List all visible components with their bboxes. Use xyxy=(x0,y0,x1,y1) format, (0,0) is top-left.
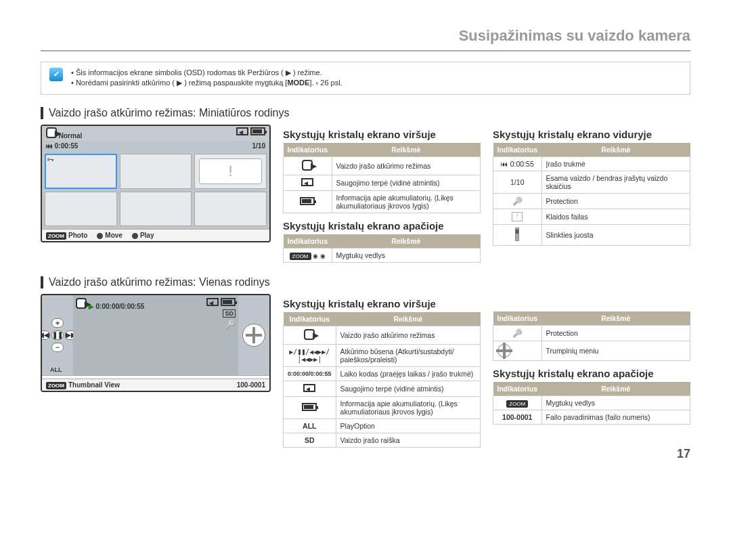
thumbnail-grid: 🗝 xyxy=(42,151,269,229)
move-dot-icon xyxy=(97,233,103,239)
pause-button[interactable]: ❚❚ xyxy=(51,330,64,340)
thumbnail-item[interactable] xyxy=(120,192,192,226)
indicator-table-s1-middle: IndikatoriusReikšmė ⏮ 0:00:55Įrašo trukm… xyxy=(493,143,690,246)
sub-heading-bottom-2: Skystųjų kristalų ekrano apačioje xyxy=(493,368,690,379)
info-note-box: ✓ • Šis informacijos ekrane simbolis (OS… xyxy=(41,62,690,95)
table-row: Saugojimo terpė (vidinė atmintis) xyxy=(284,381,481,396)
thumbnail-item[interactable]: 🗝 xyxy=(45,154,117,190)
minus-button[interactable]: － xyxy=(51,343,64,352)
storage-card-icon xyxy=(303,384,315,392)
table-row: Vaizdo įrašo atkūrimo režimas xyxy=(284,156,481,175)
table-row: Informacija apie akumuliatorių. (Likęs a… xyxy=(284,190,481,213)
table-row: Slinkties juosta xyxy=(493,224,690,245)
battery-icon xyxy=(300,197,315,205)
table-row: Protection xyxy=(493,193,690,209)
battery-icon xyxy=(302,403,317,411)
storage-card-icon xyxy=(301,178,313,186)
rewind-button[interactable]: ◀◀ xyxy=(41,330,50,340)
table-row: 1/10Esama vaizdo / bendras įrašytų vaizd… xyxy=(493,171,690,193)
play-dot-icon xyxy=(132,233,138,239)
table-row: SDVaizdo įrašo raiška xyxy=(284,433,481,447)
table-row: 0:00:00/0:00:55Laiko kodas (praėjęs laik… xyxy=(284,366,481,381)
sub-heading-top-2: Skystųjų kristalų ekrano viršuje xyxy=(283,298,481,309)
table-row: ZOOM ◉ ◉Mygtukų vedlys xyxy=(284,248,481,262)
table-row: 100-0001Failo pavadinimas (failo numeris… xyxy=(493,410,690,424)
key-icon xyxy=(512,196,523,206)
zoom-chip-icon: ZOOM xyxy=(290,253,311,260)
warning-icon: ! xyxy=(512,212,523,221)
table-row: Protection xyxy=(493,325,690,341)
storage-card-icon xyxy=(206,298,219,306)
lcd-thumbnail-screen: Normal ⏮ 0:00:55 1/10 🗝 ZOOMPhoto xyxy=(41,125,271,242)
battery-icon xyxy=(250,127,265,135)
key-icon xyxy=(512,328,523,338)
scrollbar-icon xyxy=(515,228,519,241)
zoom-chip: ZOOM xyxy=(46,232,66,240)
table-row: Informacija apie akumuliatorių. (Likęs a… xyxy=(284,396,481,418)
storage-card-icon xyxy=(236,127,248,135)
sub-heading-bottom: Skystųjų kristalų ekrano apačioje xyxy=(283,220,481,232)
left-controls[interactable]: ＋ ◀◀ ❚❚ ▶▶ － xyxy=(42,295,73,375)
thumbnail-item[interactable] xyxy=(45,192,117,226)
zoom-chip-icon: ZOOM xyxy=(506,400,528,408)
table-row: !Klaidos failas xyxy=(493,209,690,224)
indicator-table-s2-top-right: IndikatoriusReikšmė Protection Trumpinių… xyxy=(493,311,690,361)
playback-icons: ▶/❚❚/◀◀▶▶/|◀◀▶▶| xyxy=(284,344,336,366)
manual-page: Susipažinimas su vaizdo kamera ✓ • Šis i… xyxy=(27,0,704,475)
note-text: • Šis informacijos ekrane simbolis (OSD)… xyxy=(71,68,342,89)
mode-dial-icon xyxy=(46,127,57,138)
table-row: Vaizdo įrašo atkūrimo režimas xyxy=(284,326,481,344)
sub-heading-middle: Skystųjų kristalų ekrano viduryje xyxy=(493,129,690,140)
zoom-chip: ZOOM xyxy=(46,382,66,389)
key-icon xyxy=(225,320,236,329)
mode-dial-icon xyxy=(304,329,315,340)
page-number: 17 xyxy=(677,447,690,461)
indicator-table-s2-top-left: IndikatoriusReikšmė Vaizdo įrašo atkūrim… xyxy=(283,312,481,448)
battery-icon xyxy=(221,298,236,306)
table-row: Trumpinių meniu xyxy=(493,341,690,360)
section-heading-single: Vaizdo įrašo atkūrimo režimas: Vienas ro… xyxy=(41,276,690,288)
table-row: ▶/❚❚/◀◀▶▶/|◀◀▶▶|Atkūrimo būsena (Atkurti… xyxy=(284,344,481,366)
sub-heading-top: Skystųjų kristalų ekrano viršuje xyxy=(283,129,481,140)
shortcut-menu-icon[interactable] xyxy=(242,324,265,347)
lcd-single-screen: ＋ ◀◀ ❚❚ ▶▶ － ▶ 0:00:00/0:00:55 xyxy=(41,294,271,392)
indicator-table-s2-bottom: IndikatoriusReikšmė ZOOMMygtukų vedlys 1… xyxy=(493,382,690,425)
shortcut-menu-icon xyxy=(497,344,511,358)
mode-dial-icon xyxy=(302,160,313,171)
indicator-table-s1-bottom: IndikatoriusReikšmė ZOOM ◉ ◉Mygtukų vedl… xyxy=(283,234,481,263)
table-row: Saugojimo terpė (vidinė atmintis) xyxy=(284,175,481,190)
table-row: ALLPlayOption xyxy=(284,418,481,433)
mode-dial-icon xyxy=(76,298,87,309)
thumbnail-item[interactable] xyxy=(194,192,267,226)
thumbnail-item[interactable] xyxy=(120,154,192,190)
indicator-table-s1-top: IndikatoriusReikšmė Vaizdo įrašo atkūrim… xyxy=(283,143,481,213)
section-heading-thumbnail: Vaizdo įrašo atkūrimo režimas: Miniatiūr… xyxy=(41,107,690,119)
table-row: ⏮ 0:00:55Įrašo trukmė xyxy=(493,156,690,171)
thumbnail-item-error[interactable] xyxy=(194,154,267,190)
checkmark-icon: ✓ xyxy=(49,68,63,81)
page-title: Susipažinimas su vaizdo kamera xyxy=(41,27,690,51)
plus-button[interactable]: ＋ xyxy=(51,318,64,328)
table-row: ZOOMMygtukų vedlys xyxy=(493,395,690,410)
